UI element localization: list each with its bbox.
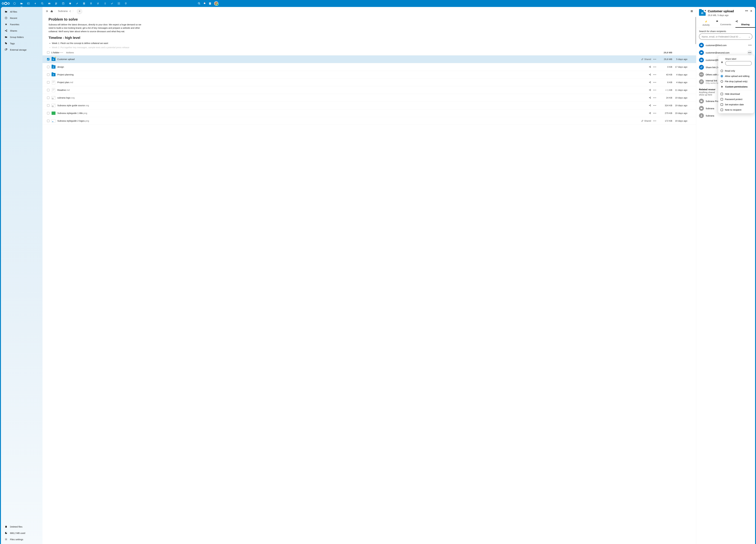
row-checkbox[interactable] [47,97,49,99]
folder-icon [5,10,8,13]
app-grid-icon[interactable] [116,1,122,6]
user-avatar[interactable] [214,1,218,6]
file-row[interactable]: subrana logo.svg•••24 KB19 days ago [42,94,220,102]
breadcrumb-share-icon[interactable] [69,10,71,12]
toggle-sidebar-icon[interactable] [45,10,49,12]
app-photos-icon[interactable] [26,1,31,6]
row-checkbox[interactable] [47,58,49,60]
row-checkbox[interactable] [47,73,49,76]
row-checkbox[interactable] [47,104,49,107]
global-search-icon[interactable] [198,2,200,5]
file-row[interactable]: Project planning•••43 KB4 days ago [42,71,220,79]
readme-paragraph: Subrana will deliver the latest dinosaur… [49,23,145,33]
nav-group-folders[interactable]: Group folders [1,34,42,40]
select-all-checkbox[interactable] [47,51,49,54]
nav-shares[interactable]: Shares [1,28,42,34]
svg-rect-4 [48,3,50,4]
row-checkbox[interactable] [47,89,49,91]
header-name: 1 folder [51,51,59,54]
clock-icon [5,17,8,19]
app-list-icon[interactable] [102,1,108,6]
file-row[interactable]: design•••0 KB17 days ago [42,63,220,71]
app-maps-icon[interactable] [123,1,129,6]
app-deck-icon[interactable] [81,1,87,6]
app-dashboard-icon[interactable] [12,1,17,6]
file-row[interactable]: Subrana styleguide 1 title.png•••279 KB1… [42,109,220,117]
svg-rect-9 [83,3,85,4]
svg-rect-11 [118,2,118,3]
breadcrumb-bar: 〉 Subrana 〉 + [42,7,220,15]
svg-rect-14 [118,3,118,4]
file-list: ★Customer uploadShared•••29,8 MB5 days a… [42,55,220,124]
svg-point-49 [54,74,54,75]
tag-icon [5,42,8,45]
file-row[interactable]: Readme.md•••< 1 KB11 days ago [42,86,220,94]
app-health-icon[interactable] [67,1,73,6]
row-checkbox[interactable] [47,112,49,114]
breadcrumb-current[interactable]: Subrana [58,10,68,13]
app-files-icon[interactable] [19,1,24,6]
svg-rect-15 [119,3,119,4]
svg-rect-12 [119,2,119,3]
readme-preview: Problem to solve Subrana will deliver th… [42,15,220,50]
file-type-icon [51,80,56,85]
svg-point-35 [70,10,71,11]
svg-point-0 [13,2,16,5]
app-notes-icon[interactable] [74,1,80,6]
file-name: design [57,66,220,68]
contacts-menu-icon[interactable] [209,2,211,5]
notifications-icon[interactable] [203,2,206,5]
svg-point-36 [70,12,71,12]
nav-favorites[interactable]: Favorites [1,21,42,28]
svg-point-41 [53,59,54,59]
svg-point-22 [205,2,205,3]
readme-list-item: Week 2: Put together key messages, sampl… [52,46,220,50]
svg-point-30 [5,43,6,43]
file-row[interactable]: ★Customer uploadShared•••29,8 MB5 days a… [42,55,220,63]
app-bookmarks-icon[interactable] [88,1,94,6]
nav-recent[interactable]: Recent [1,15,42,21]
file-type-icon [51,103,56,108]
nav-external-storage[interactable]: External storage [1,47,42,53]
file-list-header: 1 folder •••Actions 29,8 MB [42,50,220,55]
nav-tags[interactable]: Tags [1,40,42,47]
app-contacts-icon[interactable] [54,1,59,6]
file-name: Subrana styleguide 1 title.png [57,112,220,114]
svg-rect-10 [83,4,85,4]
readme-heading: Problem to solve [49,17,220,21]
svg-rect-1 [27,3,29,4]
nav-label: All files [10,10,17,13]
app-logo[interactable] [2,2,10,5]
file-row[interactable]: Project plan.md•••6 KB4 days ago [42,79,220,86]
header-actions[interactable]: Actions [66,51,74,54]
file-row[interactable]: Subrana styleguide 2 logos.pngShared•••1… [42,117,220,124]
top-bar [0,0,220,7]
app-calendar-icon[interactable] [60,1,66,6]
svg-point-34 [69,11,70,11]
svg-point-3 [41,2,43,4]
row-checkbox[interactable] [47,81,49,84]
svg-point-2 [28,3,28,4]
app-tasks-icon[interactable] [109,1,115,6]
nav-label: Recent [10,17,17,19]
app-mail-icon[interactable] [47,1,52,6]
svg-point-21 [198,2,200,4]
nav-label: External storage [10,49,26,51]
svg-point-20 [125,3,126,3]
app-search-icon[interactable] [40,1,45,6]
new-button[interactable]: + [77,9,82,14]
share-icon [5,29,8,32]
svg-point-5 [55,3,56,3]
app-transfer-icon[interactable] [95,1,101,6]
breadcrumb-separator: 〉 [72,10,75,13]
breadcrumb-separator: 〉 [54,10,57,13]
breadcrumb-home[interactable] [50,10,53,13]
file-type-icon [51,119,56,123]
row-checkbox[interactable] [47,120,49,122]
nav-all-files[interactable]: All files [1,8,42,15]
file-row[interactable]: Subrana style guide source.svg•••324 KB1… [42,102,220,109]
app-activity-icon[interactable] [33,1,38,6]
main-content: 〉 Subrana 〉 + Problem to solve Subrana w… [42,7,220,123]
svg-point-42 [54,59,54,59]
row-checkbox[interactable] [47,66,49,68]
